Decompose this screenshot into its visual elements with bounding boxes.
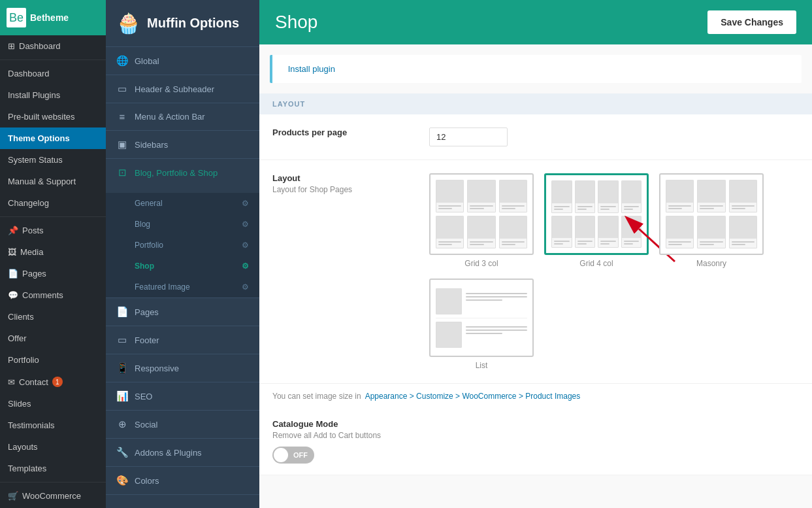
muffin-nav-menu[interactable]: ≡ Menu & Action Bar	[106, 103, 259, 131]
addons-icon: 🔧	[116, 447, 128, 458]
muffin-nav-global[interactable]: 🌐 Global	[106, 47, 259, 75]
contact-badge: 1	[52, 377, 63, 387]
layout-option-grid4[interactable]: Grid 4 col	[544, 173, 649, 268]
pages-nav-icon: 📄	[116, 306, 128, 318]
layout-card-list[interactable]	[429, 279, 534, 357]
sidebar-item-contact[interactable]: ✉ Contact 1	[0, 371, 106, 393]
catalogue-mode-toggle[interactable]: OFF	[272, 447, 314, 464]
sidebar-item-testimonials[interactable]: Testimonials	[0, 415, 106, 436]
install-plugin-link[interactable]: Install plugin	[288, 64, 335, 74]
products-per-page-input[interactable]	[429, 127, 508, 146]
muffin-nav-pages[interactable]: 📄 Pages	[106, 298, 259, 326]
sidebar-item-system-status[interactable]: System Status	[0, 149, 106, 171]
woo-icon: 🛒	[8, 491, 18, 501]
muffin-subnav-shop[interactable]: Shop ⚙	[106, 256, 259, 277]
sidebar-item-pages[interactable]: 📄 Pages	[0, 263, 106, 284]
layout-option-masonry[interactable]: Masonry	[659, 173, 764, 268]
global-icon: 🌐	[116, 55, 128, 67]
site-name: Betheme	[30, 12, 69, 23]
dashboard-icon: ⊞	[8, 41, 15, 51]
featured-image-gear-icon[interactable]: ⚙	[242, 282, 249, 292]
catalogue-mode-label: Catalogue Mode	[272, 419, 799, 429]
shop-gear-icon[interactable]: ⚙	[242, 262, 249, 271]
sidebar-item-comments[interactable]: 💬 Comments	[0, 284, 106, 306]
sidebar-item-layouts[interactable]: Layouts	[0, 436, 106, 458]
contact-icon: ✉	[8, 377, 15, 387]
layout-label-masonry: Masonry	[696, 259, 726, 268]
sidebar-item-media[interactable]: 🖼 Media	[0, 241, 106, 263]
save-button[interactable]: Save Changes	[707, 10, 796, 34]
muffin-nav-addons[interactable]: 🔧 Addons & Plugins	[106, 439, 259, 467]
toggle-text: OFF	[288, 451, 313, 459]
catalogue-mode-row: Catalogue Mode Remove all Add to Cart bu…	[259, 409, 812, 475]
customize-link-row: You can set image size in Appearance > C…	[259, 384, 812, 409]
muffin-nav-responsive[interactable]: 📱 Responsive	[106, 354, 259, 382]
muffin-nav-header[interactable]: ▭ Header & Subheader	[106, 75, 259, 103]
muffin-subnav-blog-item[interactable]: Blog ⚙	[106, 214, 259, 235]
muffin-subnav-general[interactable]: General ⚙	[106, 193, 259, 214]
sidebar-item-dashboard[interactable]: Dashboard	[0, 63, 106, 84]
layout-row: Layout Layout for Shop Pages	[259, 160, 812, 384]
sidebar-item-slides[interactable]: Slides	[0, 393, 106, 415]
muffin-nav-footer[interactable]: ▭ Footer	[106, 326, 259, 354]
muffin-subnav-featured-image[interactable]: Featured Image ⚙	[106, 277, 259, 297]
site-header[interactable]: Be Betheme	[0, 0, 106, 35]
sidebar-item-templates[interactable]: Templates	[0, 458, 106, 479]
sidebar-item-theme-options[interactable]: Theme Options	[0, 127, 106, 149]
sidebar-item-posts[interactable]: 📌 Posts	[0, 220, 106, 241]
catalogue-mode-sub: Remove all Add to Cart buttons	[272, 431, 799, 440]
main-body: Install plugin LAYOUT Products per page …	[259, 44, 812, 508]
seo-icon: 📊	[116, 390, 128, 402]
blog-gear-icon[interactable]: ⚙	[242, 220, 249, 229]
woocommerce-notice: Install plugin	[270, 55, 802, 83]
wp-admin-sidebar: Be Betheme ⊞ Dashboard Dashboard Install…	[0, 0, 106, 508]
muffin-title: Muffin Options	[147, 16, 239, 31]
portfolio-gear-icon[interactable]: ⚙	[242, 241, 249, 250]
muffin-header: 🧁 Muffin Options	[106, 0, 259, 47]
muffin-nav-social[interactable]: ⊕ Social	[106, 411, 259, 439]
muffin-nav-colors[interactable]: 🎨 Colors	[106, 467, 259, 495]
products-per-page-label: Products per page	[272, 127, 416, 137]
toggle-knob	[274, 448, 288, 462]
page-title: Shop	[275, 12, 317, 33]
main-header: Shop Save Changes	[259, 0, 812, 44]
sidebar-item-prebuilt[interactable]: Pre-built websites	[0, 106, 106, 127]
layout-label-grid3: Grid 3 col	[464, 259, 498, 268]
header-icon: ▭	[116, 83, 128, 95]
list-layout-container: List	[429, 279, 764, 370]
layout-section-header: LAYOUT	[259, 93, 812, 114]
sidebar-item-dashboard-top[interactable]: ⊞ Dashboard	[0, 35, 106, 57]
muffin-subnav-portfolio[interactable]: Portfolio ⚙	[106, 235, 259, 256]
media-icon: 🖼	[8, 247, 16, 257]
footer-icon: ▭	[116, 334, 128, 346]
general-gear-icon[interactable]: ⚙	[242, 199, 249, 208]
sidebar-item-install-plugins[interactable]: Install Plugins	[0, 84, 106, 106]
sidebar-item-woocommerce[interactable]: 🛒 WooCommerce	[0, 485, 106, 507]
layout-label-grid4: Grid 4 col	[579, 259, 613, 268]
layout-label-list: List	[476, 361, 488, 370]
sidebar-item-changelog[interactable]: Changelog	[0, 192, 106, 214]
products-per-page-control	[429, 127, 799, 146]
menu-icon: ≡	[116, 111, 128, 122]
pages-icon: 📄	[8, 269, 18, 279]
layout-option-list[interactable]: List	[429, 279, 534, 370]
muffin-subnav-blog: General ⚙ Blog ⚙ Portfolio ⚙ Shop ⚙ Feat…	[106, 193, 259, 297]
sidebar-item-clients[interactable]: Clients	[0, 306, 106, 328]
products-per-page-row: Products per page	[259, 114, 812, 160]
muffin-nav-seo[interactable]: 📊 SEO	[106, 382, 259, 411]
muffin-nav-sidebars[interactable]: ▣ Sidebars	[106, 131, 259, 159]
main-content: Shop Save Changes Install plugin LAYOUT …	[259, 0, 812, 508]
appearance-customize-link[interactable]: Appearance > Customize > WooCommerce > P…	[365, 392, 581, 401]
layout-option-grid3[interactable]: Grid 3 col	[429, 173, 534, 268]
social-icon: ⊕	[116, 418, 128, 430]
layout-card-grid3[interactable]	[429, 173, 534, 255]
layout-options-control: Grid 3 col	[429, 173, 764, 370]
sidebar-item-portfolio[interactable]: Portfolio	[0, 349, 106, 371]
layout-label: Layout Layout for Shop Pages	[272, 173, 416, 194]
layout-card-grid4[interactable]	[544, 173, 649, 255]
sidebar-item-manual-support[interactable]: Manual & Support	[0, 171, 106, 192]
posts-icon: 📌	[8, 226, 18, 235]
sidebar-item-offer[interactable]: Offer	[0, 328, 106, 349]
layout-card-masonry[interactable]	[659, 173, 764, 255]
muffin-nav-blog-portfolio[interactable]: ⊡ Blog, Portfolio & Shop General ⚙ Blog …	[106, 159, 259, 298]
